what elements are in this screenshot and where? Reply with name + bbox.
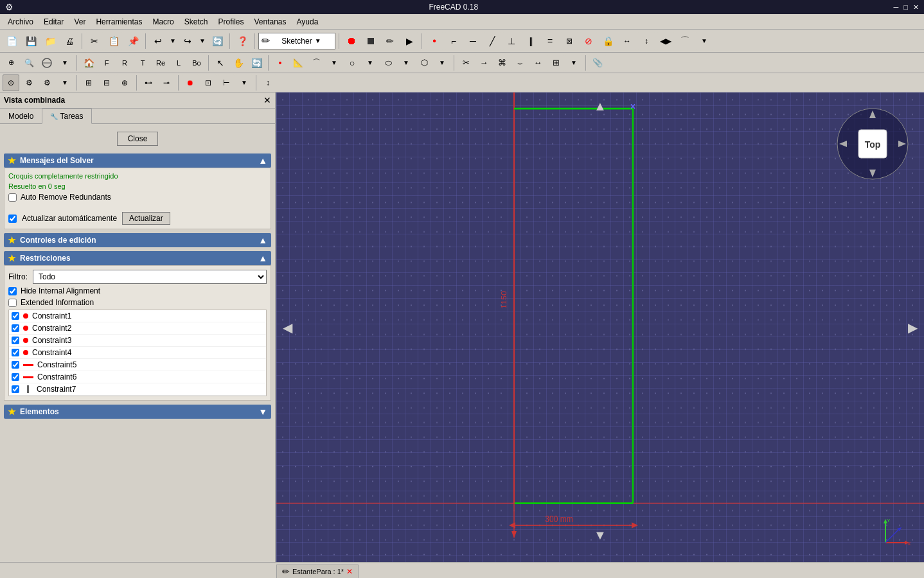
line-btn[interactable]: ⌐ (445, 32, 463, 50)
auto-remove-checkbox[interactable] (8, 193, 17, 202)
fillet-btn[interactable]: ⌣ (511, 55, 528, 71)
filter-select[interactable]: Todo Normal Referencia (33, 270, 267, 284)
vdist-btn[interactable]: ↕ (637, 32, 655, 50)
sketch-btn11[interactable]: ⊡ (200, 74, 217, 91)
solver-header[interactable]: ★ Mensajes del Solver ▲ (4, 153, 271, 168)
parallel-btn[interactable]: ∥ (522, 32, 540, 50)
menu-item-ventanas[interactable]: Ventanas (249, 16, 291, 28)
close-button[interactable]: ✕ (913, 3, 919, 12)
c3-check[interactable] (12, 337, 19, 344)
save-btn[interactable]: 💾 (22, 32, 40, 50)
play-btn[interactable]: ▶ (400, 32, 418, 50)
undo-dropdown[interactable]: ▼ (168, 32, 177, 50)
list-item[interactable]: Constraint3 (9, 335, 266, 347)
cut-btn[interactable]: ✂ (85, 32, 103, 50)
arc-btn[interactable]: ⌒ (676, 32, 694, 50)
new-file-btn[interactable]: 📄 (3, 32, 21, 50)
file-tab[interactable]: ✏ EstantePara : 1* ✕ (276, 565, 359, 578)
array-dd-btn[interactable]: ▼ (565, 55, 582, 71)
menu-item-ver[interactable]: Ver (69, 16, 91, 28)
tab-tareas[interactable]: 🔧 Tareas (42, 109, 91, 124)
menu-item-ayuda[interactable]: Ayuda (292, 16, 324, 28)
undo-btn[interactable]: ↩ (149, 32, 167, 50)
sketch-btn7[interactable]: ⊕ (116, 74, 133, 91)
workbench-selector[interactable]: ✏ Sketcher ▼ (258, 33, 335, 49)
c5-check[interactable] (12, 361, 19, 369)
dim-btn[interactable]: ◀▶ (657, 32, 675, 50)
mirror-btn[interactable]: ↔ (529, 55, 546, 71)
close-button[interactable]: Close (117, 132, 159, 146)
maximize-button[interactable]: □ (903, 3, 908, 12)
nav-right-arrow[interactable]: ▶ (908, 320, 918, 335)
home-view-btn[interactable]: 🏠 (80, 55, 97, 71)
block-btn[interactable]: ⊘ (580, 32, 598, 50)
edit-controls-collapse-icon[interactable]: ▲ (258, 235, 267, 245)
elements-collapse-icon[interactable]: ▼ (258, 407, 267, 417)
update-button[interactable]: Actualizar (122, 212, 170, 225)
help-btn[interactable]: ❓ (233, 32, 251, 50)
c6-check[interactable] (12, 373, 19, 381)
sketch-btn10[interactable]: ⏺ (182, 74, 199, 91)
list-item[interactable]: Constraint4 (9, 347, 266, 359)
solver-collapse-icon[interactable]: ▲ (258, 155, 267, 166)
fix-btn[interactable]: 🔒 (599, 32, 617, 50)
list-item[interactable]: Constraint2 (9, 322, 266, 335)
list-item[interactable]: Constraint5 (9, 359, 266, 371)
extended-info-checkbox[interactable] (8, 299, 17, 307)
left-view-btn[interactable]: L (170, 55, 187, 71)
perp-btn[interactable]: ⊥ (502, 32, 520, 50)
vline-btn[interactable]: ╱ (483, 32, 501, 50)
sketch-line-btn[interactable]: 📐 (290, 55, 307, 71)
workbench-dropdown-icon[interactable]: ▼ (315, 37, 332, 44)
file-tab-close[interactable]: ✕ (346, 567, 353, 576)
elements-header[interactable]: ★ Elementos ▼ (4, 405, 271, 419)
menu-item-sketch[interactable]: Sketch (179, 16, 213, 28)
sketch-btn2[interactable]: ⚙ (21, 74, 37, 91)
attach-btn[interactable]: 📎 (589, 55, 606, 71)
sketch-btn14[interactable]: ↕ (260, 74, 276, 91)
menu-item-macro[interactable]: Macro (147, 16, 179, 28)
more-btn[interactable]: ▼ (695, 32, 713, 50)
polyline-dd-btn[interactable]: ▼ (434, 55, 450, 71)
c2-check[interactable] (12, 324, 19, 332)
sym-btn[interactable]: ⊠ (560, 32, 578, 50)
c4-check[interactable] (12, 349, 19, 356)
hide-internal-checkbox[interactable] (8, 287, 17, 295)
menu-item-archivo[interactable]: Archivo (3, 16, 39, 28)
list-item[interactable]: Constraint1 (9, 310, 266, 322)
equal-btn[interactable]: = (541, 32, 559, 50)
circle-btn[interactable]: ○ (344, 55, 360, 71)
arc2-btn[interactable]: ⌒ (308, 55, 324, 71)
list-item[interactable]: Constraint6 (9, 371, 266, 383)
sketch-btn3[interactable]: ⚙ (39, 74, 55, 91)
stop-btn[interactable]: ⏹ (362, 32, 380, 50)
minimize-button[interactable]: ─ (894, 3, 899, 12)
view-dropdown[interactable]: ▼ (57, 55, 73, 71)
sketch-btn6[interactable]: ⊟ (98, 74, 115, 91)
nav-bottom-arrow[interactable]: ▼ (594, 528, 607, 543)
redo-btn[interactable]: ↪ (179, 32, 197, 50)
window-controls[interactable]: ─ □ ✕ (894, 3, 919, 12)
restrictions-header[interactable]: ★ Restricciones ▲ (4, 251, 271, 265)
circle-dd-btn[interactable]: ▼ (362, 55, 378, 71)
rotate-btn[interactable]: 🔄 (248, 55, 265, 71)
auto-update-checkbox[interactable] (8, 215, 17, 223)
hdist-btn[interactable]: ↔ (618, 32, 636, 50)
polyline-btn[interactable]: ⬡ (416, 55, 432, 71)
panel-close-icon[interactable]: ✕ (263, 95, 271, 105)
restrictions-collapse-icon[interactable]: ▲ (258, 253, 267, 263)
edit-btn[interactable]: ✏ (381, 32, 399, 50)
view-mode-btn[interactable] (39, 55, 55, 71)
c7-check[interactable] (12, 385, 19, 393)
trim-btn[interactable]: ✂ (458, 55, 474, 71)
c1-check[interactable] (12, 312, 19, 320)
sketch-btn5[interactable]: ⊞ (80, 74, 97, 91)
top-view-btn[interactable]: T (134, 55, 151, 71)
open-btn[interactable]: 📁 (41, 32, 59, 50)
sketch-btn13[interactable]: ▼ (236, 74, 253, 91)
sketch-btn12[interactable]: ⊢ (218, 74, 235, 91)
edit-controls-header[interactable]: ★ Controles de edición ▲ (4, 233, 271, 247)
nav-top-arrow[interactable]: ▲ (594, 99, 607, 114)
nav-left-arrow[interactable]: ◀ (283, 320, 292, 335)
sketch-btn1[interactable]: ⊙ (3, 74, 19, 91)
